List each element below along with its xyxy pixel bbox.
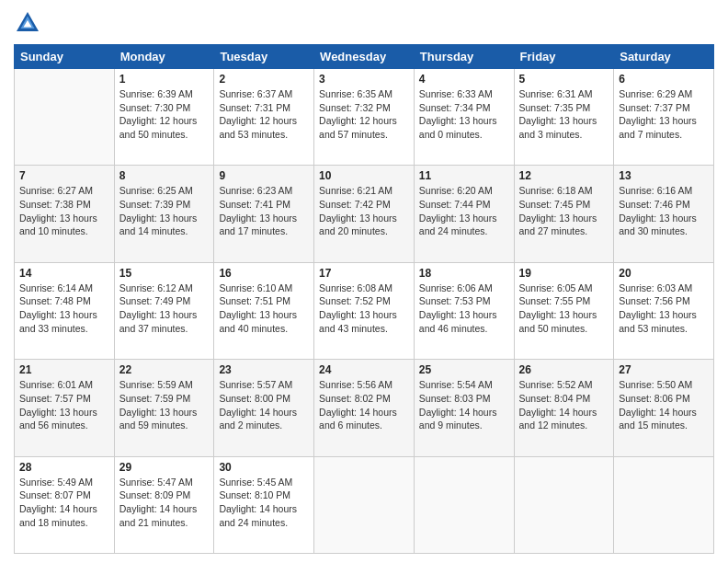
day-number: 9 xyxy=(219,169,309,182)
day-number: 8 xyxy=(119,169,210,182)
calendar-cell: 20Sunrise: 6:03 AM Sunset: 7:56 PM Dayli… xyxy=(614,262,714,359)
calendar-cell: 15Sunrise: 6:12 AM Sunset: 7:49 PM Dayli… xyxy=(114,262,214,359)
day-info: Sunrise: 6:27 AM Sunset: 7:38 PM Dayligh… xyxy=(19,184,109,238)
calendar-cell: 25Sunrise: 5:54 AM Sunset: 8:03 PM Dayli… xyxy=(414,360,514,456)
day-info: Sunrise: 6:16 AM Sunset: 7:46 PM Dayligh… xyxy=(619,184,709,238)
calendar-cell: 30Sunrise: 5:45 AM Sunset: 8:10 PM Dayli… xyxy=(214,456,314,553)
day-info: Sunrise: 6:06 AM Sunset: 7:53 PM Dayligh… xyxy=(419,282,509,336)
day-number: 26 xyxy=(519,363,609,376)
calendar-cell: 24Sunrise: 5:56 AM Sunset: 8:02 PM Dayli… xyxy=(314,360,415,456)
calendar-cell: 6Sunrise: 6:29 AM Sunset: 7:37 PM Daylig… xyxy=(614,69,714,166)
weekday-header-monday: Monday xyxy=(114,45,214,69)
day-number: 25 xyxy=(419,363,509,376)
day-info: Sunrise: 5:50 AM Sunset: 8:06 PM Dayligh… xyxy=(619,378,709,432)
calendar-cell xyxy=(514,456,614,553)
week-row-4: 21Sunrise: 6:01 AM Sunset: 7:57 PM Dayli… xyxy=(15,360,714,456)
calendar-cell: 23Sunrise: 5:57 AM Sunset: 8:00 PM Dayli… xyxy=(214,360,314,456)
weekday-header-row: SundayMondayTuesdayWednesdayThursdayFrid… xyxy=(15,45,714,69)
day-info: Sunrise: 6:33 AM Sunset: 7:34 PM Dayligh… xyxy=(419,87,509,142)
calendar-cell: 14Sunrise: 6:14 AM Sunset: 7:48 PM Dayli… xyxy=(15,262,115,359)
day-number: 28 xyxy=(19,461,109,474)
day-number: 29 xyxy=(119,461,210,474)
day-number: 18 xyxy=(419,267,509,280)
day-number: 13 xyxy=(619,169,709,182)
weekday-header-wednesday: Wednesday xyxy=(314,45,415,69)
day-info: Sunrise: 5:59 AM Sunset: 7:59 PM Dayligh… xyxy=(119,378,210,432)
day-info: Sunrise: 6:14 AM Sunset: 7:48 PM Dayligh… xyxy=(19,282,109,336)
day-info: Sunrise: 6:12 AM Sunset: 7:49 PM Dayligh… xyxy=(119,282,210,336)
calendar-cell: 29Sunrise: 5:47 AM Sunset: 8:09 PM Dayli… xyxy=(114,456,214,553)
day-number: 20 xyxy=(619,267,709,280)
week-row-1: 1Sunrise: 6:39 AM Sunset: 7:30 PM Daylig… xyxy=(15,69,714,166)
calendar-cell: 2Sunrise: 6:37 AM Sunset: 7:31 PM Daylig… xyxy=(214,69,314,166)
day-number: 7 xyxy=(19,169,109,182)
day-info: Sunrise: 6:37 AM Sunset: 7:31 PM Dayligh… xyxy=(219,87,309,142)
page: SundayMondayTuesdayWednesdayThursdayFrid… xyxy=(0,0,728,563)
header xyxy=(14,9,714,37)
weekday-header-sunday: Sunday xyxy=(15,45,115,69)
calendar-cell: 21Sunrise: 6:01 AM Sunset: 7:57 PM Dayli… xyxy=(15,360,115,456)
logo-icon xyxy=(14,9,41,37)
day-info: Sunrise: 6:29 AM Sunset: 7:37 PM Dayligh… xyxy=(619,87,709,142)
day-number: 15 xyxy=(119,267,210,280)
day-number: 12 xyxy=(519,169,609,182)
day-number: 11 xyxy=(419,169,509,182)
calendar-cell: 12Sunrise: 6:18 AM Sunset: 7:45 PM Dayli… xyxy=(514,166,614,262)
calendar-cell: 7Sunrise: 6:27 AM Sunset: 7:38 PM Daylig… xyxy=(15,166,115,262)
day-number: 10 xyxy=(319,169,409,182)
calendar-cell: 4Sunrise: 6:33 AM Sunset: 7:34 PM Daylig… xyxy=(414,69,514,166)
calendar-cell: 11Sunrise: 6:20 AM Sunset: 7:44 PM Dayli… xyxy=(414,166,514,262)
logo xyxy=(14,9,45,37)
weekday-header-saturday: Saturday xyxy=(614,45,714,69)
day-number: 19 xyxy=(519,267,609,280)
day-info: Sunrise: 6:18 AM Sunset: 7:45 PM Dayligh… xyxy=(519,184,609,238)
calendar-cell: 19Sunrise: 6:05 AM Sunset: 7:55 PM Dayli… xyxy=(514,262,614,359)
day-number: 24 xyxy=(319,363,409,376)
calendar-cell: 28Sunrise: 5:49 AM Sunset: 8:07 PM Dayli… xyxy=(15,456,115,553)
day-number: 4 xyxy=(419,73,509,86)
calendar-cell: 17Sunrise: 6:08 AM Sunset: 7:52 PM Dayli… xyxy=(314,262,415,359)
day-info: Sunrise: 5:56 AM Sunset: 8:02 PM Dayligh… xyxy=(319,378,409,432)
day-number: 30 xyxy=(219,461,309,474)
day-number: 3 xyxy=(319,73,409,86)
day-number: 16 xyxy=(219,267,309,280)
calendar-cell: 13Sunrise: 6:16 AM Sunset: 7:46 PM Dayli… xyxy=(614,166,714,262)
day-info: Sunrise: 6:08 AM Sunset: 7:52 PM Dayligh… xyxy=(319,282,409,336)
day-number: 5 xyxy=(519,73,609,86)
day-info: Sunrise: 6:35 AM Sunset: 7:32 PM Dayligh… xyxy=(319,87,409,142)
day-number: 21 xyxy=(19,363,109,376)
day-info: Sunrise: 6:25 AM Sunset: 7:39 PM Dayligh… xyxy=(119,184,210,238)
day-info: Sunrise: 5:57 AM Sunset: 8:00 PM Dayligh… xyxy=(219,378,309,432)
day-info: Sunrise: 5:45 AM Sunset: 8:10 PM Dayligh… xyxy=(219,476,309,530)
day-info: Sunrise: 6:20 AM Sunset: 7:44 PM Dayligh… xyxy=(419,184,509,238)
day-info: Sunrise: 6:39 AM Sunset: 7:30 PM Dayligh… xyxy=(119,87,210,142)
calendar-cell: 16Sunrise: 6:10 AM Sunset: 7:51 PM Dayli… xyxy=(214,262,314,359)
calendar-cell: 3Sunrise: 6:35 AM Sunset: 7:32 PM Daylig… xyxy=(314,69,415,166)
week-row-2: 7Sunrise: 6:27 AM Sunset: 7:38 PM Daylig… xyxy=(15,166,714,262)
day-info: Sunrise: 5:52 AM Sunset: 8:04 PM Dayligh… xyxy=(519,378,609,432)
day-info: Sunrise: 5:47 AM Sunset: 8:09 PM Dayligh… xyxy=(119,476,210,530)
week-row-5: 28Sunrise: 5:49 AM Sunset: 8:07 PM Dayli… xyxy=(15,456,714,553)
day-number: 27 xyxy=(619,363,709,376)
day-info: Sunrise: 6:01 AM Sunset: 7:57 PM Dayligh… xyxy=(19,378,109,432)
day-number: 22 xyxy=(119,363,210,376)
calendar-cell xyxy=(15,69,115,166)
calendar-cell: 18Sunrise: 6:06 AM Sunset: 7:53 PM Dayli… xyxy=(414,262,514,359)
calendar-cell: 27Sunrise: 5:50 AM Sunset: 8:06 PM Dayli… xyxy=(614,360,714,456)
day-number: 1 xyxy=(119,73,210,86)
calendar-cell xyxy=(614,456,714,553)
calendar-cell: 5Sunrise: 6:31 AM Sunset: 7:35 PM Daylig… xyxy=(514,69,614,166)
weekday-header-thursday: Thursday xyxy=(414,45,514,69)
calendar-cell: 22Sunrise: 5:59 AM Sunset: 7:59 PM Dayli… xyxy=(114,360,214,456)
calendar-table: SundayMondayTuesdayWednesdayThursdayFrid… xyxy=(14,44,714,554)
calendar-cell xyxy=(314,456,415,553)
week-row-3: 14Sunrise: 6:14 AM Sunset: 7:48 PM Dayli… xyxy=(15,262,714,359)
day-number: 23 xyxy=(219,363,309,376)
day-info: Sunrise: 6:23 AM Sunset: 7:41 PM Dayligh… xyxy=(219,184,309,238)
weekday-header-tuesday: Tuesday xyxy=(214,45,314,69)
day-info: Sunrise: 6:21 AM Sunset: 7:42 PM Dayligh… xyxy=(319,184,409,238)
day-number: 17 xyxy=(319,267,409,280)
day-number: 2 xyxy=(219,73,309,86)
weekday-header-friday: Friday xyxy=(514,45,614,69)
calendar-cell: 10Sunrise: 6:21 AM Sunset: 7:42 PM Dayli… xyxy=(314,166,415,262)
